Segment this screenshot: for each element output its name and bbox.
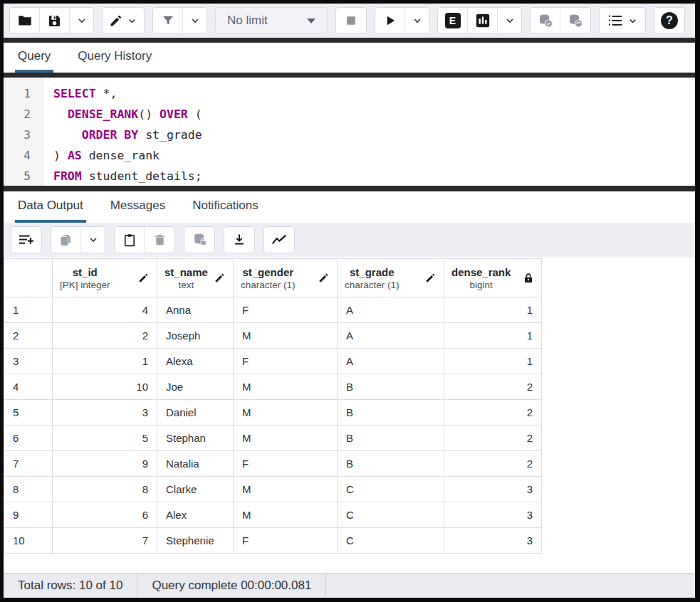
cell-st_id[interactable]: 3 bbox=[53, 400, 157, 426]
cell-st_name[interactable]: Anna bbox=[157, 297, 234, 323]
cell-st_gender[interactable]: F bbox=[234, 451, 338, 477]
graph-visualiser-button[interactable] bbox=[264, 227, 294, 253]
edit-pencil-icon[interactable] bbox=[424, 272, 437, 284]
cell-st_id[interactable]: 7 bbox=[53, 528, 157, 554]
cell-st_grade[interactable]: C bbox=[338, 528, 444, 554]
cell-dense_rank[interactable]: 3 bbox=[444, 528, 542, 554]
cell-dense_rank[interactable]: 2 bbox=[444, 426, 542, 451]
row-limit-select[interactable]: No limit bbox=[215, 7, 328, 34]
cell-st_id[interactable]: 1 bbox=[53, 349, 157, 374]
cell-st_gender[interactable]: M bbox=[234, 400, 338, 426]
cell-st_name[interactable]: Alex bbox=[157, 502, 234, 528]
cell-st_name[interactable]: Joe bbox=[157, 374, 234, 400]
cell-st_grade[interactable]: A bbox=[338, 349, 444, 374]
cell-st_grade[interactable]: C bbox=[338, 502, 444, 528]
panel-splitter[interactable] bbox=[4, 186, 695, 191]
cell-st_gender[interactable]: M bbox=[234, 374, 338, 400]
panel-splitter[interactable] bbox=[4, 38, 695, 43]
sql-code-line[interactable]: FROM student_details; bbox=[53, 166, 202, 186]
cell-st_grade[interactable]: B bbox=[338, 451, 444, 477]
sql-code-line[interactable]: SELECT *, bbox=[53, 83, 202, 104]
cell-st_name[interactable]: Stephenie bbox=[157, 528, 234, 554]
column-header-dense_rank[interactable]: dense_rankbigint bbox=[444, 259, 542, 297]
save-file-button[interactable] bbox=[40, 8, 70, 33]
row-number-cell[interactable]: 7 bbox=[4, 451, 53, 477]
row-number-cell[interactable]: 3 bbox=[4, 349, 53, 374]
row-number-cell[interactable]: 5 bbox=[4, 400, 53, 426]
delete-row-button[interactable] bbox=[145, 227, 174, 253]
cell-dense_rank[interactable]: 1 bbox=[444, 297, 542, 323]
cell-st_grade[interactable]: B bbox=[338, 400, 444, 426]
copy-dropdown-button[interactable] bbox=[81, 227, 105, 253]
open-file-button[interactable] bbox=[10, 8, 40, 33]
cell-dense_rank[interactable]: 2 bbox=[444, 374, 542, 400]
execute-dropdown-button[interactable] bbox=[405, 8, 429, 33]
cell-st_id[interactable]: 8 bbox=[53, 477, 157, 502]
cell-st_id[interactable]: 4 bbox=[53, 297, 157, 323]
cell-st_gender[interactable]: M bbox=[234, 323, 338, 349]
help-button[interactable]: ? bbox=[654, 8, 684, 33]
cell-dense_rank[interactable]: 2 bbox=[444, 451, 542, 477]
cell-dense_rank[interactable]: 1 bbox=[444, 323, 542, 349]
cell-st_id[interactable]: 2 bbox=[53, 323, 157, 349]
cancel-query-button[interactable] bbox=[336, 8, 366, 33]
tab-query-history[interactable]: Query History bbox=[75, 43, 155, 73]
cell-dense_rank[interactable]: 2 bbox=[444, 400, 542, 426]
column-header-st_name[interactable]: st_nametext bbox=[157, 259, 234, 297]
column-header-st_gender[interactable]: st_gendercharacter (1) bbox=[234, 259, 338, 297]
row-number-cell[interactable]: 8 bbox=[4, 477, 53, 502]
cell-st_name[interactable]: Clarke bbox=[157, 477, 234, 502]
filter-button[interactable] bbox=[153, 8, 183, 33]
cell-st_name[interactable]: Joseph bbox=[157, 323, 234, 349]
cell-st_id[interactable]: 6 bbox=[53, 502, 157, 528]
sql-code-line[interactable]: ORDER BY st_grade bbox=[53, 125, 202, 145]
cell-st_gender[interactable]: M bbox=[234, 477, 338, 502]
row-number-cell[interactable]: 10 bbox=[4, 528, 53, 554]
commit-button[interactable] bbox=[531, 8, 560, 33]
cell-st_id[interactable]: 9 bbox=[53, 451, 157, 477]
download-results-button[interactable] bbox=[224, 227, 254, 253]
row-number-cell[interactable]: 6 bbox=[4, 426, 53, 451]
cell-st_name[interactable]: Daniel bbox=[157, 400, 234, 426]
add-row-button[interactable] bbox=[11, 227, 41, 253]
cell-st_gender[interactable]: F bbox=[234, 297, 338, 323]
sql-code-area[interactable]: SELECT *, DENSE_RANK() OVER ( ORDER BY s… bbox=[43, 78, 202, 186]
row-number-cell[interactable]: 9 bbox=[4, 502, 53, 528]
execute-query-button[interactable] bbox=[375, 8, 405, 33]
edit-pencil-icon[interactable] bbox=[137, 272, 150, 284]
cell-st_gender[interactable]: F bbox=[234, 349, 338, 374]
cell-st_id[interactable]: 10 bbox=[53, 374, 157, 400]
tab-data-output[interactable]: Data Output bbox=[15, 191, 86, 223]
save-dropdown-button[interactable] bbox=[70, 8, 93, 33]
rollback-button[interactable] bbox=[560, 8, 590, 33]
filter-dropdown-button[interactable] bbox=[183, 8, 207, 33]
explain-dropdown-button[interactable] bbox=[498, 8, 521, 33]
cell-dense_rank[interactable]: 3 bbox=[444, 477, 542, 502]
save-data-changes-button[interactable] bbox=[184, 227, 214, 253]
edit-dropdown-button[interactable] bbox=[103, 8, 144, 33]
cell-st_grade[interactable]: A bbox=[338, 297, 444, 323]
edit-pencil-icon[interactable] bbox=[214, 272, 226, 284]
cell-dense_rank[interactable]: 1 bbox=[444, 349, 542, 374]
cell-dense_rank[interactable]: 3 bbox=[444, 502, 542, 528]
sql-code-line[interactable]: ) AS dense_rank bbox=[53, 145, 202, 166]
row-number-cell[interactable]: 4 bbox=[4, 374, 53, 400]
tab-notifications[interactable]: Notifications bbox=[189, 191, 261, 223]
sql-editor[interactable]: 12345 SELECT *, DENSE_RANK() OVER ( ORDE… bbox=[4, 78, 695, 186]
macros-button[interactable] bbox=[600, 8, 645, 33]
cell-st_grade[interactable]: C bbox=[338, 477, 444, 502]
column-header-st_grade[interactable]: st_gradecharacter (1) bbox=[338, 259, 444, 297]
cell-st_name[interactable]: Stephan bbox=[157, 426, 234, 451]
cell-st_grade[interactable]: A bbox=[338, 323, 444, 349]
cell-st_gender[interactable]: M bbox=[234, 426, 338, 451]
edit-pencil-icon[interactable] bbox=[318, 272, 330, 284]
copy-button[interactable] bbox=[51, 227, 81, 253]
row-number-header[interactable] bbox=[4, 259, 53, 297]
explain-button[interactable]: E bbox=[438, 8, 468, 33]
explain-analyze-button[interactable] bbox=[468, 8, 498, 33]
tab-messages[interactable]: Messages bbox=[108, 191, 168, 223]
cell-st_grade[interactable]: B bbox=[338, 374, 444, 400]
tab-query[interactable]: Query bbox=[15, 43, 53, 73]
paste-button[interactable] bbox=[115, 227, 145, 253]
cell-st_name[interactable]: Alexa bbox=[157, 349, 234, 374]
